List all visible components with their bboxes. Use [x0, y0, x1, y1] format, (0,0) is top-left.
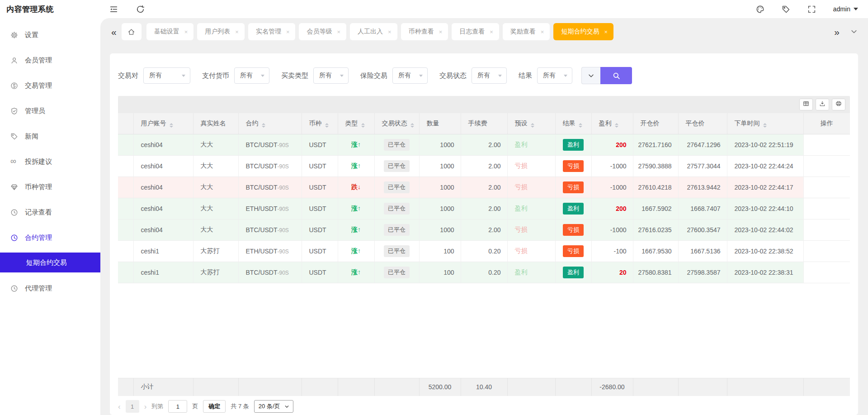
menu-collapse-icon[interactable]	[109, 5, 118, 14]
tab-realname-management[interactable]: 实名管理×	[248, 23, 296, 40]
fullscreen-icon[interactable]	[807, 5, 816, 14]
trade-pair-select[interactable]: 所有	[143, 67, 190, 84]
column-header-order-time[interactable]: 下单时间	[727, 113, 803, 134]
tab-label: 基础设置	[154, 28, 179, 36]
filter-label: 交易对	[118, 72, 138, 80]
tab-label: 会员等级	[307, 28, 332, 36]
grid-button[interactable]	[799, 99, 813, 110]
result-select[interactable]: 所有	[537, 67, 572, 84]
refresh-icon[interactable]	[136, 5, 145, 14]
tab-close-icon[interactable]: ×	[184, 29, 188, 35]
status-badge: 已平仓	[384, 267, 410, 278]
column-header-trade-status[interactable]: 交易状态	[374, 113, 419, 134]
column-header-result[interactable]: 结果	[555, 113, 591, 134]
goto-label: 到第	[151, 402, 163, 410]
tab-reward-view[interactable]: 奖励查看×	[503, 23, 550, 40]
cell-status: 已平仓	[374, 240, 419, 262]
sort-icon[interactable]	[325, 123, 329, 128]
user-menu[interactable]: admin	[833, 5, 858, 13]
cell-type: 跌↓	[338, 176, 374, 198]
cell-open-price: 1667.9530	[633, 240, 678, 262]
filter-collapse-button[interactable]	[581, 67, 600, 84]
cell-profit: 200	[591, 198, 633, 219]
sidebar-item-record-view[interactable]: 记录查看	[0, 202, 100, 223]
tabs-more-button[interactable]	[847, 25, 861, 38]
cell-fee: 0.20	[461, 262, 507, 283]
sidebar-item-label: 会员管理	[25, 56, 52, 65]
column-header-profit[interactable]: 盈利	[591, 113, 633, 134]
filter-row: 交易对所有支付货币所有买卖类型所有保险交易所有交易状态所有结果所有	[118, 67, 850, 84]
confirm-button[interactable]: 确定	[203, 400, 226, 413]
column-header-type[interactable]: 类型	[338, 113, 374, 134]
cell-expand	[118, 240, 133, 262]
subtotal-profit: -2680.00	[591, 378, 633, 396]
tab-close-icon[interactable]: ×	[439, 29, 443, 35]
sidebar-item-admin-management[interactable]: 管理员	[0, 100, 100, 121]
download-button[interactable]	[816, 99, 829, 110]
tag-icon[interactable]	[782, 5, 790, 14]
tab-close-icon[interactable]: ×	[490, 29, 493, 35]
cell-result: 亏损	[555, 240, 591, 262]
next-page-button[interactable]: ›	[144, 403, 147, 410]
tab-close-icon[interactable]: ×	[388, 29, 392, 35]
column-header-contract[interactable]: 合约	[238, 113, 302, 134]
column-header-preset[interactable]: 预设	[507, 113, 555, 134]
tab-close-icon[interactable]: ×	[604, 29, 608, 35]
pay-currency-select[interactable]: 所有	[234, 67, 269, 84]
sort-icon[interactable]	[361, 123, 365, 128]
cell-open-price: 27610.4218	[633, 176, 678, 198]
tab-close-icon[interactable]: ×	[235, 29, 239, 35]
filter-group-trade-type: 买卖类型所有	[281, 67, 349, 84]
sort-icon[interactable]	[262, 123, 265, 128]
printer-button[interactable]	[832, 99, 845, 110]
sidebar-item-agent-management[interactable]: 代理管理	[0, 278, 100, 299]
sidebar-item-trade-management[interactable]: 交易管理	[0, 75, 100, 96]
cell-profit: 200	[591, 134, 633, 155]
page-size-select[interactable]: 20 条/页	[254, 400, 293, 413]
search-button[interactable]	[600, 67, 632, 84]
tab-coin-view[interactable]: 币种查看×	[401, 23, 448, 40]
tab-close-icon[interactable]: ×	[541, 29, 544, 35]
sort-icon[interactable]	[579, 123, 582, 128]
chevron-down-icon	[284, 404, 289, 409]
sidebar-item-member-management[interactable]: 会员管理	[0, 50, 100, 71]
goto-page-input[interactable]	[168, 400, 187, 413]
column-header-coin[interactable]: 币种	[302, 113, 338, 134]
sort-icon[interactable]	[410, 123, 414, 128]
sidebar-item-feedback[interactable]: ∞投拆建议	[0, 151, 100, 172]
tab-short-contract-trade[interactable]: 短期合约交易×	[553, 23, 613, 40]
page-unit-label: 页	[192, 402, 198, 410]
column-header-actions: 操作	[803, 113, 850, 134]
tab-user-list[interactable]: 用户列表×	[197, 23, 245, 40]
tabs-scroll-left-button[interactable]: «	[111, 27, 117, 37]
sort-icon[interactable]	[763, 123, 767, 128]
table-row: ceshi1大苏打BTC/USDT-90SUSDT涨↑已平仓1000.20盈利盈…	[118, 262, 850, 283]
sidebar-item-contract-management[interactable]: 合约管理	[0, 227, 100, 248]
sidebar-item-news[interactable]: 新闻	[0, 126, 100, 147]
tab-basic-settings[interactable]: 基础设置×	[146, 23, 194, 40]
current-page-button[interactable]: 1	[126, 400, 139, 413]
tab-log-view[interactable]: 日志查看×	[452, 23, 499, 40]
prev-page-button[interactable]: ‹	[118, 403, 121, 410]
home-tab[interactable]	[122, 23, 142, 40]
tabs-scroll-right-button[interactable]: »	[834, 27, 840, 37]
total-count-label: 共 7 条	[231, 402, 249, 410]
sort-icon[interactable]	[531, 123, 534, 128]
cell-status: 已平仓	[374, 176, 419, 198]
sort-icon[interactable]	[615, 123, 618, 128]
palette-icon[interactable]	[756, 5, 764, 14]
sidebar-item-settings[interactable]: 设置	[0, 24, 100, 45]
sort-icon[interactable]	[170, 123, 173, 128]
trade-status-select[interactable]: 所有	[472, 67, 507, 84]
trade-type-select[interactable]: 所有	[313, 67, 349, 84]
column-header-account[interactable]: 用户账号	[133, 113, 193, 134]
tab-close-icon[interactable]: ×	[337, 29, 340, 35]
sidebar-subitem-short-contract-trade[interactable]: 短期合约交易	[0, 253, 100, 272]
filter-label: 保险交易	[360, 72, 387, 80]
insurance-trade-select[interactable]: 所有	[392, 67, 428, 84]
column-label: 用户账号	[141, 119, 166, 127]
tab-member-level[interactable]: 会员等级×	[299, 23, 346, 40]
tab-close-icon[interactable]: ×	[286, 29, 290, 35]
sidebar-item-coin-management[interactable]: 币种管理	[0, 176, 100, 197]
tab-manual-in-out[interactable]: 人工出入×	[350, 23, 397, 40]
